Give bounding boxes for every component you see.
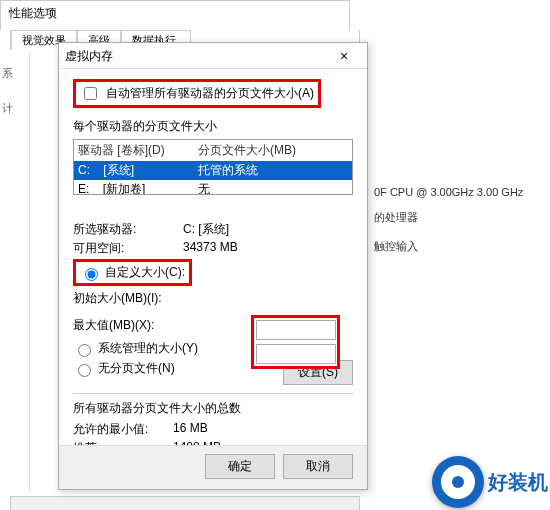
drive-e-size: 无 — [198, 181, 348, 195]
drive-c-vol: [系统] — [103, 163, 134, 177]
vm-titlebar: 虚拟内存 × — [59, 43, 367, 69]
drive-e-letter: E: — [78, 182, 89, 195]
drive-list-header: 驱动器 [卷标](D) 分页文件大小(MB) — [74, 140, 352, 161]
drive-row-c[interactable]: C: [系统] 托管的系统 — [74, 161, 352, 180]
logo-icon — [432, 456, 484, 508]
free-space-row: 可用空间: 34373 MB — [73, 240, 353, 257]
auto-manage-checkbox[interactable] — [84, 87, 97, 100]
drive-c-label: C: [系统] — [78, 162, 198, 179]
drive-c-size: 托管的系统 — [198, 162, 348, 179]
custom-size-row[interactable]: 自定义大小(C): — [80, 264, 185, 281]
free-space-label: 可用空间: — [73, 240, 183, 257]
highlight-size-inputs — [251, 315, 340, 369]
logo-text: 好装机 — [488, 469, 548, 496]
perf-options-window: 性能选项 — [0, 0, 350, 30]
separator — [73, 393, 353, 394]
initial-size-input[interactable] — [256, 320, 336, 340]
selected-drive-value: C: [系统] — [183, 221, 353, 238]
touch-text: 触控输入 — [374, 239, 542, 254]
drive-row-e[interactable]: E: [新加卷] 无 — [74, 180, 352, 195]
auto-manage-label: 自动管理所有驱动器的分页文件大小(A) — [106, 85, 314, 102]
auto-manage-row[interactable]: 自动管理所有驱动器的分页文件大小(A) — [80, 84, 314, 103]
min-allowed-value: 16 MB — [173, 421, 353, 438]
min-allowed-row: 允许的最小值: 16 MB — [73, 421, 353, 438]
watermark: 好装机 — [432, 456, 548, 508]
vm-body: 自动管理所有驱动器的分页文件大小(A) 每个驱动器的分页文件大小 驱动器 [卷标… — [59, 69, 367, 486]
processor-text: 的处理器 — [374, 210, 542, 225]
system-info-panel: 0F CPU @ 3.00GHz 3.00 GHz 的处理器 触控输入 — [368, 30, 548, 300]
no-paging-radio[interactable] — [78, 364, 91, 377]
vm-footer: 确定 取消 — [59, 445, 367, 489]
left-strip-sys: 系 — [2, 66, 27, 81]
left-strip: 系 计 — [0, 52, 30, 492]
no-paging-label: 无分页文件(N) — [98, 360, 175, 377]
perf-options-title: 性能选项 — [1, 1, 349, 26]
highlight-auto-manage: 自动管理所有驱动器的分页文件大小(A) — [73, 79, 321, 108]
perf-options-footer-strip — [10, 496, 360, 510]
left-strip-calc: 计 — [2, 101, 27, 116]
header-drive: 驱动器 [卷标](D) — [78, 142, 198, 159]
selected-drive-label: 所选驱动器: — [73, 221, 183, 238]
virtual-memory-dialog: 虚拟内存 × 自动管理所有驱动器的分页文件大小(A) 每个驱动器的分页文件大小 … — [58, 42, 368, 490]
cpu-text: 0F CPU @ 3.00GHz 3.00 GHz — [374, 186, 542, 198]
free-space-value: 34373 MB — [183, 240, 353, 257]
totals-header: 所有驱动器分页文件大小的总数 — [73, 400, 353, 417]
custom-size-radio[interactable] — [85, 268, 98, 281]
drive-list[interactable]: 驱动器 [卷标](D) 分页文件大小(MB) C: [系统] 托管的系统 E: … — [73, 139, 353, 195]
drive-e-vol: [新加卷] — [103, 182, 146, 195]
drive-c-letter: C: — [78, 163, 90, 177]
max-size-input[interactable] — [256, 344, 336, 364]
max-size-label: 最大值(MB)(X): — [73, 317, 183, 334]
custom-size-label: 自定义大小(C): — [105, 264, 185, 281]
highlight-custom-size: 自定义大小(C): — [73, 259, 192, 286]
cancel-button[interactable]: 取消 — [283, 454, 353, 479]
initial-size-row: 初始大小(MB)(I): — [73, 290, 353, 307]
header-size: 分页文件大小(MB) — [198, 142, 348, 159]
system-managed-label: 系统管理的大小(Y) — [98, 340, 198, 357]
vm-title: 虚拟内存 — [65, 43, 113, 69]
drive-e-label: E: [新加卷] — [78, 181, 198, 195]
close-icon[interactable]: × — [327, 45, 361, 67]
min-allowed-label: 允许的最小值: — [73, 421, 173, 438]
selected-drive-row: 所选驱动器: C: [系统] — [73, 221, 353, 238]
initial-size-label: 初始大小(MB)(I): — [73, 290, 183, 307]
ok-button[interactable]: 确定 — [205, 454, 275, 479]
system-managed-radio[interactable] — [78, 344, 91, 357]
each-drive-label: 每个驱动器的分页文件大小 — [73, 118, 353, 135]
